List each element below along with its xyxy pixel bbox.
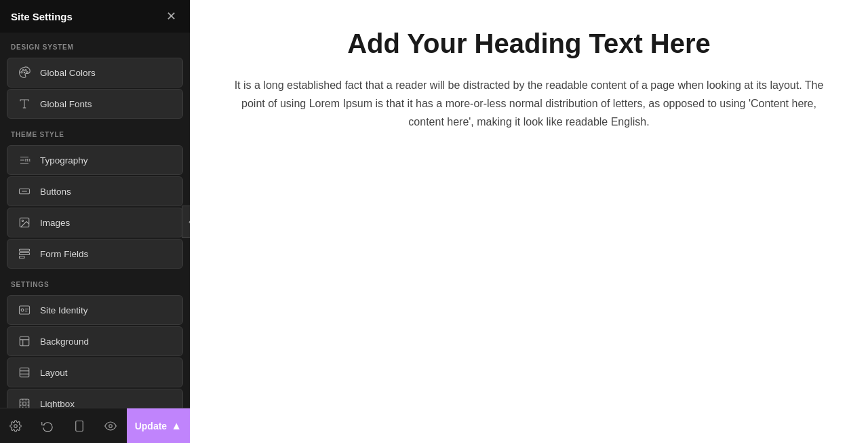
button-icon — [17, 184, 32, 199]
typography-label: Typography — [40, 155, 88, 166]
site-identity-label: Site Identity — [40, 305, 88, 315]
sidebar-item-global-colors[interactable]: Global Colors — [7, 58, 183, 88]
settings-footer-button[interactable] — [0, 408, 32, 443]
close-button[interactable]: ✕ — [163, 7, 179, 25]
svg-point-2 — [22, 70, 24, 71]
page-heading: Add Your Heading Text Here — [347, 27, 711, 60]
collapse-sidebar-button[interactable]: ‹ — [182, 206, 190, 238]
svg-text:H1: H1 — [25, 157, 31, 162]
main-content: Add Your Heading Text Here It is a long … — [190, 0, 868, 443]
background-icon — [17, 334, 32, 349]
responsive-footer-button[interactable] — [63, 408, 95, 443]
gear-icon — [9, 420, 22, 432]
lightbox-icon — [17, 396, 32, 408]
update-label: Update — [135, 421, 167, 431]
svg-rect-14 — [20, 256, 25, 258]
history-footer-button[interactable] — [32, 408, 64, 443]
svg-point-0 — [24, 72, 25, 73]
history-icon — [41, 420, 54, 432]
svg-point-38 — [109, 424, 113, 427]
section-settings: SETTINGS — [0, 270, 190, 294]
sidebar-item-site-identity[interactable]: Site Identity — [7, 295, 183, 325]
global-colors-label: Global Colors — [40, 68, 96, 78]
lightbox-label: Lightbox — [40, 399, 75, 408]
svg-rect-19 — [20, 336, 29, 346]
svg-point-4 — [26, 72, 28, 73]
section-design-system: DESIGN SYSTEM — [0, 33, 190, 56]
identity-icon — [17, 303, 32, 317]
page-body: It is a long established fact that a rea… — [231, 76, 827, 132]
sidebar-header: Site Settings ✕ — [0, 0, 190, 33]
sidebar-footer: Update ▲ — [0, 408, 190, 443]
sidebar-title: Site Settings — [11, 11, 73, 22]
sidebar-item-background[interactable]: Background — [7, 326, 183, 356]
type-icon — [17, 96, 32, 111]
sidebar-content: DESIGN SYSTEM Global Colors Global Fonts… — [0, 33, 190, 408]
layout-icon — [17, 365, 32, 380]
sidebar-item-global-fonts[interactable]: Global Fonts — [7, 89, 183, 119]
svg-point-11 — [22, 220, 23, 221]
sidebar: Site Settings ✕ DESIGN SYSTEM Global Col… — [0, 0, 190, 443]
palette-icon — [17, 65, 32, 80]
svg-rect-20 — [20, 368, 29, 377]
layout-label: Layout — [40, 368, 68, 378]
global-fonts-label: Global Fonts — [40, 99, 92, 109]
form-icon — [17, 246, 32, 261]
background-label: Background — [40, 336, 89, 347]
sidebar-item-buttons[interactable]: Buttons — [7, 176, 183, 206]
sidebar-item-layout[interactable]: Layout — [7, 358, 183, 387]
sidebar-item-typography[interactable]: H1 Typography — [7, 145, 183, 175]
svg-rect-12 — [20, 249, 30, 251]
eye-icon — [104, 420, 117, 432]
responsive-icon — [73, 420, 85, 432]
svg-point-35 — [14, 424, 18, 427]
image-icon — [17, 215, 32, 230]
svg-rect-23 — [20, 399, 29, 408]
heading-icon: H1 — [17, 153, 32, 168]
buttons-label: Buttons — [40, 187, 71, 197]
images-label: Images — [40, 218, 70, 228]
svg-point-16 — [21, 309, 24, 311]
section-theme-style: THEME STYLE — [0, 120, 190, 144]
sidebar-item-form-fields[interactable]: Form Fields — [7, 239, 183, 269]
svg-rect-36 — [75, 421, 83, 431]
chevron-up-icon: ▲ — [171, 420, 182, 432]
update-button[interactable]: Update ▲ — [127, 408, 190, 443]
form-fields-label: Form Fields — [40, 249, 88, 259]
preview-footer-button[interactable] — [95, 408, 127, 443]
svg-point-3 — [25, 70, 26, 71]
svg-rect-13 — [20, 253, 30, 255]
sidebar-item-images[interactable]: Images — [7, 208, 183, 237]
sidebar-item-lightbox[interactable]: Lightbox — [7, 389, 183, 408]
svg-point-1 — [21, 72, 22, 73]
